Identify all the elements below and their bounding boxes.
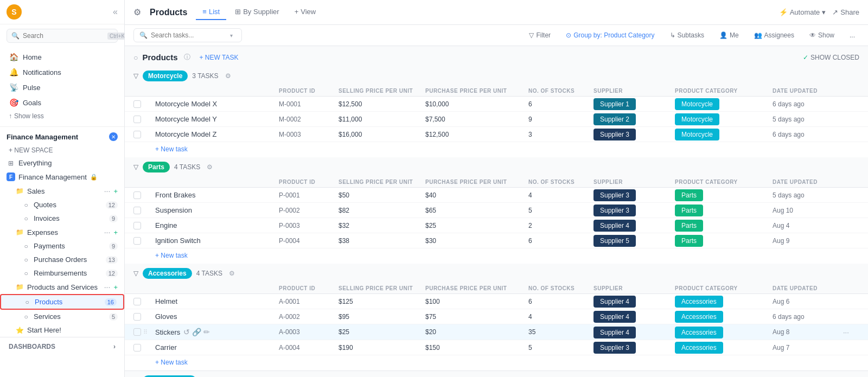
sidebar-item-expenses[interactable]: 📁 Expenses ··· + (0, 225, 124, 239)
row-name[interactable]: Motorcycle Model Y (155, 115, 279, 123)
show-closed-button[interactable]: ✓ SHOW CLOSED (803, 54, 859, 61)
row-more-button[interactable]: ··· (843, 328, 849, 336)
row-name[interactable]: Gloves (155, 312, 279, 321)
expenses-add[interactable]: + (113, 228, 118, 237)
accessories-settings-icon[interactable]: ⚙ (229, 270, 235, 277)
settings-icon[interactable]: ⚙ (133, 7, 141, 17)
automate-button[interactable]: ⚡ Automate ▾ (779, 8, 826, 16)
tasks-search-box[interactable]: 🔍 ▾ (133, 28, 242, 42)
row-checkbox[interactable] (133, 298, 141, 305)
products-info-icon[interactable]: ⓘ (184, 53, 190, 62)
ps-dots[interactable]: ··· (104, 283, 111, 291)
sales-add[interactable]: + (113, 187, 118, 195)
dashboards-footer[interactable]: DASHBOARDS › (0, 337, 124, 356)
row-checkbox[interactable] (133, 131, 141, 138)
search-dropdown-arrow[interactable]: ▾ (230, 33, 233, 39)
th-product-id3: PRODUCT ID (279, 285, 339, 291)
show-button[interactable]: 👁 Show (805, 29, 839, 41)
th-supplier2: SUPPLIER (593, 179, 675, 185)
row-name[interactable]: Engine (155, 221, 279, 229)
tab-by-supplier[interactable]: ⊞ By Supplier (228, 4, 285, 20)
subtasks-button[interactable]: ↳ Subtasks (666, 29, 709, 41)
sidebar-collapse-button[interactable]: « (113, 7, 118, 17)
supplier-badge: Supplier 4 (593, 220, 636, 232)
parts-settings-icon[interactable]: ⚙ (207, 163, 213, 171)
more-button[interactable]: ... (845, 29, 859, 41)
sidebar-item-pulse[interactable]: 📡 Pulse (0, 80, 124, 95)
row-name[interactable]: Stickers (155, 328, 180, 336)
expenses-dots[interactable]: ··· (104, 228, 111, 237)
row-checkbox[interactable] (133, 237, 141, 245)
stickers-edit-icon[interactable]: ✏ (203, 328, 210, 336)
sales-dots[interactable]: ··· (104, 187, 111, 195)
row-checkbox[interactable] (133, 313, 141, 321)
ps-add[interactable]: + (113, 283, 118, 291)
new-task-button[interactable]: + NEW TASK (199, 54, 238, 61)
row-checkbox[interactable] (133, 222, 141, 229)
row-checkbox[interactable] (133, 344, 141, 352)
sidebar-item-reimbursements[interactable]: ○ Reimbursements 12 (0, 266, 124, 280)
group-parts: ▽ Parts 4 TASKS ⚙ PRODUCT ID SELLING PRI… (125, 157, 868, 264)
add-task-parts[interactable]: + New task (125, 248, 868, 264)
show-less-button[interactable]: ↑ Show less (0, 110, 124, 122)
sidebar-item-start-here[interactable]: ⭐ Start Here! (0, 323, 124, 337)
tasks-search-input[interactable] (151, 31, 227, 39)
sidebar-item-home[interactable]: 🏠 Home (0, 49, 124, 65)
add-task-accessories[interactable]: + New task (125, 355, 868, 370)
sidebar-item-purchase-orders[interactable]: ○ Purchase Orders 13 (0, 253, 124, 266)
row-name[interactable]: Motorcycle Model X (155, 100, 279, 108)
sidebar-item-goals[interactable]: 🎯 Goals (0, 95, 124, 110)
row-name[interactable]: Ignition Switch (155, 237, 279, 245)
row-selling-price: $38 (339, 237, 425, 245)
products-collapse-icon[interactable]: ○ (133, 53, 138, 62)
sidebar-item-products[interactable]: ○ Products 16 (0, 294, 124, 310)
parts-collapse-icon[interactable]: ▽ (133, 163, 138, 171)
row-name[interactable]: Suspension (155, 206, 279, 214)
star-icon: ⭐ (15, 327, 24, 334)
motorcycle-collapse-icon[interactable]: ▽ (133, 72, 138, 80)
search-input[interactable] (23, 32, 104, 40)
sidebar-item-products-services[interactable]: 📁 Products and Services ··· + (0, 280, 124, 294)
tab-list[interactable]: ≡ List (196, 4, 226, 20)
stickers-refresh-icon[interactable]: ↺ (183, 328, 190, 336)
sidebar-item-services[interactable]: ○ Services 5 (0, 310, 124, 323)
sidebar-item-quotes[interactable]: ○ Quotes 12 (0, 198, 124, 212)
sidebar-item-notifications[interactable]: 🔔 Notifications (0, 65, 124, 80)
assignees-button[interactable]: 👥 Assignees (750, 29, 799, 41)
filter-button[interactable]: ▽ Filter (525, 29, 555, 41)
row-name[interactable]: Carrier (155, 343, 279, 352)
sidebar-search-box[interactable]: 🔍 Ctrl+K (7, 29, 118, 43)
row-checkbox[interactable] (133, 100, 141, 108)
row-name[interactable]: Helmet (155, 297, 279, 305)
sidebar-item-payments[interactable]: ○ Payments 9 (0, 239, 124, 253)
me-button[interactable]: 👤 Me (715, 29, 743, 41)
accessories-collapse-icon[interactable]: ▽ (133, 270, 138, 277)
row-stock: 6 (528, 237, 593, 245)
stickers-link-icon[interactable]: 🔗 (192, 328, 201, 336)
supplier-badge: Supplier 4 (593, 327, 636, 338)
sidebar-item-everything[interactable]: ⊞ Everything (0, 156, 124, 170)
row-checkbox[interactable] (133, 207, 141, 214)
row-checkbox[interactable] (133, 328, 141, 336)
tab-view[interactable]: + View (288, 4, 323, 20)
row-checkbox[interactable] (133, 191, 141, 199)
group-by-button[interactable]: ⊙ Group by: Product Category (561, 29, 659, 41)
motorcycle-settings-icon[interactable]: ⚙ (225, 72, 231, 80)
finance-management-row[interactable]: F Finance Management 🔒 (0, 170, 124, 184)
category-badge: Accessories (675, 327, 723, 338)
app-logo[interactable]: S (7, 4, 22, 20)
new-space-button[interactable]: + NEW SPACE (0, 144, 124, 156)
share-button[interactable]: ↗ Share (832, 8, 859, 16)
th-supplier3: SUPPLIER (593, 285, 675, 291)
row-checkbox[interactable] (133, 116, 141, 123)
row-product-id: A-0002 (279, 313, 339, 321)
th-product-id: PRODUCT ID (279, 88, 339, 94)
add-task-motorcycle[interactable]: + New task (125, 142, 868, 157)
sidebar-item-invoices[interactable]: ○ Invoices 9 (0, 212, 124, 225)
parts-task-count: 4 TASKS (174, 163, 200, 171)
row-name[interactable]: Front Brakes (155, 191, 279, 199)
circle-icon4: ○ (22, 256, 30, 264)
row-checkbox-area[interactable]: ⠿ (133, 328, 155, 336)
row-name[interactable]: Motorcycle Model Z (155, 130, 279, 138)
sidebar-item-sales[interactable]: 📁 Sales ··· + (0, 184, 124, 198)
